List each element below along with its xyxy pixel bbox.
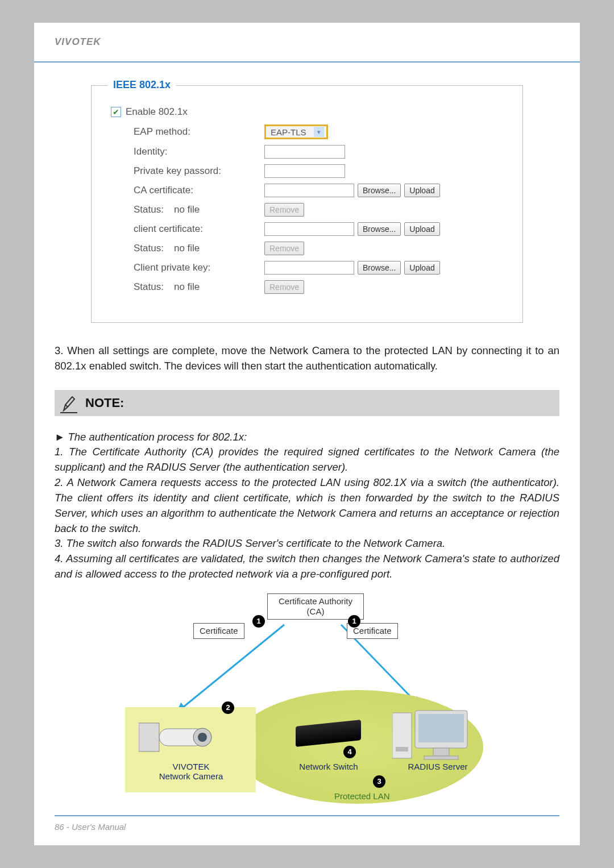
ca-cert-upload-button[interactable]: Upload <box>404 184 439 197</box>
certificate-left-box: Certificate <box>193 623 244 639</box>
client-key-remove-button[interactable]: Remove <box>264 280 304 294</box>
network-camera-icon <box>139 717 218 759</box>
identity-input[interactable] <box>264 145 345 159</box>
radius-label: RADIUS Server <box>392 762 483 771</box>
brand-text: VIVOTEK <box>55 36 101 47</box>
svg-rect-16 <box>433 748 449 756</box>
document-page: VIVOTEK IEEE 802.1x ✔ Enable 802.1x EAP … <box>34 23 580 845</box>
ca-cert-browse-button[interactable]: Browse... <box>358 184 401 197</box>
enable-8021x-checkbox[interactable]: ✔ <box>111 107 121 117</box>
radius-server-icon <box>392 707 472 766</box>
svg-rect-8 <box>139 723 159 751</box>
enable-8021x-label: Enable 802.1x <box>126 106 188 118</box>
client-cert-status-value: no file <box>174 243 200 254</box>
note-item-4: 4. Assuming all certificates are validat… <box>55 551 559 582</box>
brand-header: VIVOTEK <box>34 23 580 63</box>
note-header: NOTE: <box>55 390 559 416</box>
page-content: IEEE 802.1x ✔ Enable 802.1x EAP method: … <box>34 63 580 815</box>
note-heading: ► The authentication process for 802.1x: <box>55 430 559 445</box>
note-item-2: 2. A Network Camera requests access to t… <box>55 475 559 536</box>
ca-box: Certificate Authority (CA) <box>267 593 364 620</box>
ca-cert-status-value: no file <box>174 204 200 215</box>
client-key-status-value: no file <box>174 281 200 293</box>
client-cert-remove-button[interactable]: Remove <box>264 242 304 255</box>
switch-label: Network Switch <box>283 762 374 771</box>
note-body: ► The authentication process for 802.1x:… <box>55 430 559 582</box>
step-3-text: 3. When all settings are complete, move … <box>55 343 559 374</box>
client-key-upload-button[interactable]: Upload <box>404 261 439 275</box>
page-footer: 86 - User's Manual <box>55 815 559 832</box>
auth-diagram: Protected LAN Certificate Authority (CA)… <box>125 593 489 815</box>
eap-method-label: EAP method: <box>111 126 264 138</box>
badge-3: 3 <box>373 775 385 788</box>
client-cert-status-label: Status: <box>134 243 164 254</box>
private-key-pass-label: Private key passord: <box>111 165 264 177</box>
client-key-status-label: Status: <box>134 281 164 293</box>
ca-cert-remove-button[interactable]: Remove <box>264 203 304 217</box>
svg-rect-17 <box>424 756 458 759</box>
client-key-browse-button[interactable]: Browse... <box>358 261 401 275</box>
badge-1-right: 1 <box>348 615 360 628</box>
ieee-8021x-panel: IEEE 802.1x ✔ Enable 802.1x EAP method: … <box>91 85 523 323</box>
private-key-pass-input[interactable] <box>264 164 345 178</box>
badge-1-left: 1 <box>252 615 265 628</box>
client-cert-upload-button[interactable]: Upload <box>404 222 439 236</box>
client-cert-browse-button[interactable]: Browse... <box>358 222 401 236</box>
identity-label: Identity: <box>111 146 264 157</box>
chevron-down-icon: ▾ <box>314 127 324 137</box>
note-item-3: 3. The switch also forwards the RADIUS S… <box>55 536 559 551</box>
eap-method-value: EAP-TLS <box>271 127 306 137</box>
eap-method-select[interactable]: EAP-TLS ▾ <box>264 124 328 139</box>
client-key-path-input[interactable] <box>264 261 354 275</box>
ca-cert-path-input[interactable] <box>264 184 354 197</box>
client-key-label: Client private key: <box>111 262 264 273</box>
client-cert-path-input[interactable] <box>264 222 354 236</box>
camera-label: VIVOTEK Network Camera <box>146 762 237 781</box>
footer-text: 86 - User's Manual <box>55 822 126 832</box>
svg-rect-15 <box>418 714 464 742</box>
panel-legend: IEEE 802.1x <box>107 79 176 91</box>
ca-cert-status-label: Status: <box>134 204 164 215</box>
note-item-1: 1. The Certificate Authority (CA) provid… <box>55 445 559 475</box>
badge-4: 4 <box>343 746 356 758</box>
svg-point-11 <box>198 733 207 742</box>
protected-lan-label: Protected LAN <box>334 791 390 801</box>
note-title: NOTE: <box>85 396 124 410</box>
pencil-icon <box>60 393 77 413</box>
badge-2: 2 <box>222 701 234 714</box>
ca-cert-label: CA certificate: <box>111 185 264 196</box>
client-cert-label: client certificate: <box>111 223 264 235</box>
enable-8021x-row: ✔ Enable 802.1x <box>111 106 503 118</box>
svg-rect-13 <box>396 747 408 751</box>
